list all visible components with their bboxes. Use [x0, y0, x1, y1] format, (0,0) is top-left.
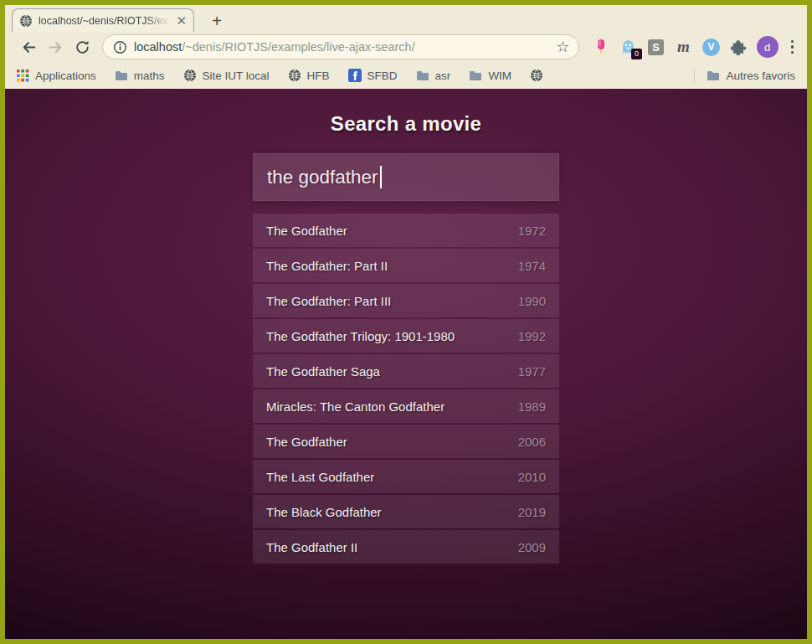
bookmark-item-sfbd[interactable]: SFBD: [348, 69, 398, 82]
s-extension-icon[interactable]: S: [646, 37, 666, 57]
bookmark-label: maths: [134, 70, 165, 82]
text-caret: [380, 166, 382, 188]
vimium-extension-icon[interactable]: V: [702, 37, 722, 57]
movie-title: The Black Godfather: [266, 505, 382, 519]
bookmarks-bar: ApplicationsmathsSite IUT localHFBSFBDas…: [5, 62, 807, 89]
movie-year: 2009: [518, 540, 546, 554]
page-title: Search a movie: [253, 112, 559, 136]
address-bar[interactable]: localhost/~denis/RIOTJS/examples/live-aj…: [102, 34, 579, 59]
browser-window: localhost/~denis/RIOTJS/ex ✕ + localhost…: [0, 0, 812, 644]
results-list: The Godfather1972The Godfather: Part II1…: [253, 214, 559, 564]
movie-result-row[interactable]: The Godfather2006: [253, 425, 559, 458]
toolbar: localhost/~denis/RIOTJS/examples/live-aj…: [5, 32, 807, 62]
apps-grid-icon: [17, 70, 29, 82]
bookmark-label: WIM: [488, 70, 511, 82]
bookmark-label: Site IUT local: [203, 70, 270, 82]
back-button[interactable]: [17, 35, 40, 59]
bookmark-label: Applications: [35, 70, 96, 82]
bookmark-item-maths[interactable]: maths: [115, 70, 165, 82]
folder-icon: [115, 70, 128, 81]
movie-title: The Godfather Saga: [266, 364, 380, 379]
bookmarks-list: ApplicationsmathsSite IUT localHFBSFBDas…: [17, 69, 682, 82]
bookmark-item-applications[interactable]: Applications: [17, 70, 96, 82]
movie-result-row[interactable]: The Godfather1972: [253, 214, 559, 247]
bookmarks-separator: [694, 69, 695, 83]
m-extension-icon[interactable]: m: [674, 37, 694, 57]
movie-year: 1977: [518, 364, 546, 379]
extensions-puzzle-icon[interactable]: [729, 37, 749, 57]
movie-search-input[interactable]: the godfather: [253, 153, 559, 201]
ghostery-badge: 0: [631, 49, 641, 59]
globe-icon: [183, 69, 197, 82]
movie-year: 1992: [518, 329, 546, 343]
movie-title: The Godfather Trilogy: 1901-1980: [266, 329, 455, 343]
extensions-row: 0 S m V d: [591, 36, 799, 58]
movie-title: The Godfather: [266, 435, 347, 449]
movie-year: 1989: [518, 399, 546, 414]
globe-icon: [530, 69, 543, 82]
movie-result-row[interactable]: The Black Godfather2019: [253, 495, 559, 528]
folder-icon: [416, 70, 429, 81]
forward-button[interactable]: [44, 35, 67, 59]
movie-result-row[interactable]: The Last Godfather2010: [253, 460, 559, 493]
tab-title: localhost/~denis/RIOTJS/ex: [39, 15, 170, 27]
movie-title: The Last Godfather: [266, 470, 374, 484]
url-host: localhost: [134, 40, 182, 54]
popsicle-extension-icon[interactable]: [591, 37, 611, 57]
bookmark-item-asr[interactable]: asr: [416, 70, 451, 82]
movie-title: The Godfather II: [266, 540, 357, 554]
tab-favicon-globe-icon: [19, 14, 33, 28]
bookmark-other-favorites[interactable]: Autres favoris: [707, 70, 795, 82]
movie-result-row[interactable]: The Godfather: Part III1990: [253, 284, 559, 317]
movie-title: The Godfather: [266, 224, 347, 238]
movie-result-row[interactable]: Miracles: The Canton Godfather1989: [253, 389, 559, 423]
movie-result-row[interactable]: The Godfather II2009: [253, 530, 559, 564]
page-content: Search a movie the godfather The Godfath…: [5, 89, 807, 639]
movie-year: 2019: [518, 505, 546, 519]
movie-title: The Godfather: Part III: [266, 294, 391, 308]
movie-year: 2006: [518, 435, 546, 449]
movie-year: 1990: [518, 294, 546, 308]
browser-tab[interactable]: localhost/~denis/RIOTJS/ex ✕: [12, 8, 194, 32]
bookmark-label: asr: [435, 70, 451, 82]
movie-result-row[interactable]: The Godfather Saga1977: [253, 354, 559, 388]
folder-icon: [707, 70, 720, 81]
search-input-value: the godfather: [267, 167, 378, 188]
facebook-icon: [348, 69, 362, 82]
bookmark-item-site-iut-local[interactable]: Site IUT local: [183, 69, 270, 82]
url-path: /~denis/RIOTJS/examples/live-ajax-search…: [182, 40, 414, 54]
reload-button[interactable]: [70, 35, 94, 59]
page-info-icon[interactable]: [113, 40, 127, 54]
folder-icon: [469, 70, 482, 81]
globe-icon: [288, 69, 301, 82]
tab-close-icon[interactable]: ✕: [176, 14, 187, 27]
movie-title: The Godfather: Part II: [266, 259, 388, 273]
url-text: localhost/~denis/RIOTJS/examples/live-aj…: [134, 40, 549, 54]
bookmark-item-wim[interactable]: WIM: [469, 70, 511, 82]
profile-avatar[interactable]: d: [757, 36, 779, 58]
new-tab-button[interactable]: +: [204, 10, 229, 32]
movie-title: Miracles: The Canton Godfather: [266, 399, 445, 414]
bookmark-star-icon[interactable]: ☆: [556, 39, 569, 54]
chrome-menu-icon[interactable]: [786, 40, 799, 54]
bookmark-label: SFBD: [367, 70, 398, 82]
movie-result-row[interactable]: The Godfather: Part II1974: [253, 249, 559, 282]
bookmark-label: HFB: [307, 70, 330, 82]
ghostery-extension-icon[interactable]: 0: [619, 37, 639, 57]
tab-strip: localhost/~denis/RIOTJS/ex ✕ +: [5, 5, 807, 32]
movie-year: 1974: [518, 259, 546, 273]
movie-result-row[interactable]: The Godfather Trilogy: 1901-19801992: [253, 319, 559, 353]
movie-year: 1972: [518, 224, 546, 238]
bookmark-item-hfb[interactable]: HFB: [288, 69, 330, 82]
bookmark-item[interactable]: [530, 69, 543, 82]
movie-year: 2010: [518, 470, 546, 484]
